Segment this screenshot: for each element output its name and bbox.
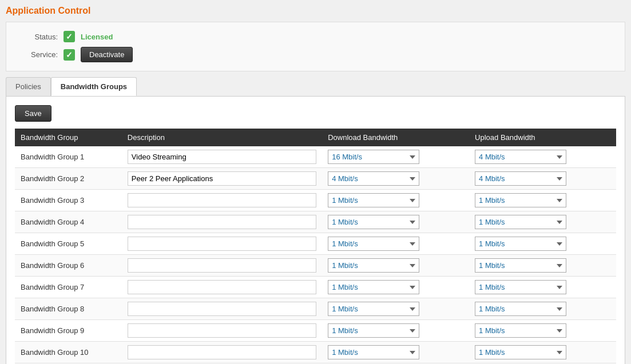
upload-select[interactable]: 64 Kbit/s128 Kbit/s256 Kbit/s512 Kbit/s1… (475, 171, 566, 186)
download-select[interactable]: 64 Kbit/s128 Kbit/s256 Kbit/s512 Kbit/s1… (328, 215, 419, 229)
download-select[interactable]: 64 Kbit/s128 Kbit/s256 Kbit/s512 Kbit/s1… (328, 323, 419, 338)
upload-cell: 64 Kbit/s128 Kbit/s256 Kbit/s512 Kbit/s1… (469, 233, 616, 255)
description-input[interactable] (128, 171, 316, 186)
service-label: Service: (18, 50, 58, 59)
group-name-cell: Bandwidth Group 4 (15, 211, 122, 233)
upload-select[interactable]: 64 Kbit/s128 Kbit/s256 Kbit/s512 Kbit/s1… (475, 345, 566, 359)
description-cell (122, 298, 322, 320)
upload-select[interactable]: 64 Kbit/s128 Kbit/s256 Kbit/s512 Kbit/s1… (475, 302, 566, 316)
upload-select[interactable]: 64 Kbit/s128 Kbit/s256 Kbit/s512 Kbit/s1… (475, 215, 566, 229)
upload-select[interactable]: 64 Kbit/s128 Kbit/s256 Kbit/s512 Kbit/s1… (475, 150, 566, 164)
status-panel: Status: Licensed Service: Deactivate (6, 22, 625, 71)
description-cell (122, 168, 322, 190)
download-select[interactable]: 64 Kbit/s128 Kbit/s256 Kbit/s512 Kbit/s1… (328, 171, 419, 186)
main-content: Save Bandwidth Group Description Downloa… (6, 96, 625, 364)
tab-policies[interactable]: Policies (6, 77, 51, 96)
description-input[interactable] (128, 345, 316, 359)
description-cell (122, 146, 322, 168)
table-row: Bandwidth Group 964 Kbit/s128 Kbit/s256 … (15, 320, 616, 342)
group-name-cell: Bandwidth Group 5 (15, 233, 122, 255)
download-cell: 64 Kbit/s128 Kbit/s256 Kbit/s512 Kbit/s1… (322, 146, 469, 168)
description-input[interactable] (128, 280, 316, 294)
download-select[interactable]: 64 Kbit/s128 Kbit/s256 Kbit/s512 Kbit/s1… (328, 193, 419, 207)
download-select[interactable]: 64 Kbit/s128 Kbit/s256 Kbit/s512 Kbit/s1… (328, 302, 419, 316)
service-check-icon (64, 49, 75, 61)
bandwidth-table: Bandwidth Group Description Download Ban… (15, 129, 616, 363)
upload-select[interactable]: 64 Kbit/s128 Kbit/s256 Kbit/s512 Kbit/s1… (475, 193, 566, 207)
description-cell (122, 342, 322, 363)
download-select[interactable]: 64 Kbit/s128 Kbit/s256 Kbit/s512 Kbit/s1… (328, 237, 419, 251)
status-check-icon (64, 31, 75, 42)
upload-select[interactable]: 64 Kbit/s128 Kbit/s256 Kbit/s512 Kbit/s1… (475, 258, 566, 273)
download-cell: 64 Kbit/s128 Kbit/s256 Kbit/s512 Kbit/s1… (322, 211, 469, 233)
upload-cell: 64 Kbit/s128 Kbit/s256 Kbit/s512 Kbit/s1… (469, 277, 616, 298)
description-cell (122, 211, 322, 233)
upload-cell: 64 Kbit/s128 Kbit/s256 Kbit/s512 Kbit/s1… (469, 255, 616, 277)
download-select[interactable]: 64 Kbit/s128 Kbit/s256 Kbit/s512 Kbit/s1… (328, 345, 419, 359)
description-cell (122, 277, 322, 298)
upload-cell: 64 Kbit/s128 Kbit/s256 Kbit/s512 Kbit/s1… (469, 168, 616, 190)
download-cell: 64 Kbit/s128 Kbit/s256 Kbit/s512 Kbit/s1… (322, 255, 469, 277)
group-name-cell: Bandwidth Group 3 (15, 190, 122, 211)
deactivate-button[interactable]: Deactivate (81, 47, 133, 62)
col-header-upload: Upload Bandwidth (469, 129, 616, 146)
licensed-text: Licensed (81, 33, 113, 41)
group-name-cell: Bandwidth Group 2 (15, 168, 122, 190)
col-header-download: Download Bandwidth (322, 129, 469, 146)
upload-cell: 64 Kbit/s128 Kbit/s256 Kbit/s512 Kbit/s1… (469, 342, 616, 363)
download-cell: 64 Kbit/s128 Kbit/s256 Kbit/s512 Kbit/s1… (322, 298, 469, 320)
download-cell: 64 Kbit/s128 Kbit/s256 Kbit/s512 Kbit/s1… (322, 190, 469, 211)
upload-cell: 64 Kbit/s128 Kbit/s256 Kbit/s512 Kbit/s1… (469, 298, 616, 320)
service-row: Service: Deactivate (18, 47, 613, 62)
download-cell: 64 Kbit/s128 Kbit/s256 Kbit/s512 Kbit/s1… (322, 233, 469, 255)
group-name-cell: Bandwidth Group 1 (15, 146, 122, 168)
table-row: Bandwidth Group 264 Kbit/s128 Kbit/s256 … (15, 168, 616, 190)
download-select[interactable]: 64 Kbit/s128 Kbit/s256 Kbit/s512 Kbit/s1… (328, 258, 419, 273)
description-input[interactable] (128, 193, 316, 207)
description-input[interactable] (128, 258, 316, 273)
download-cell: 64 Kbit/s128 Kbit/s256 Kbit/s512 Kbit/s1… (322, 320, 469, 342)
status-row: Status: Licensed (18, 31, 613, 42)
description-cell (122, 190, 322, 211)
status-label: Status: (18, 33, 58, 41)
table-row: Bandwidth Group 764 Kbit/s128 Kbit/s256 … (15, 277, 616, 298)
tab-bandwidth-groups[interactable]: Bandwidth Groups (51, 77, 137, 96)
upload-select[interactable]: 64 Kbit/s128 Kbit/s256 Kbit/s512 Kbit/s1… (475, 323, 566, 338)
upload-select[interactable]: 64 Kbit/s128 Kbit/s256 Kbit/s512 Kbit/s1… (475, 280, 566, 294)
description-input[interactable] (128, 302, 316, 316)
description-input[interactable] (128, 237, 316, 251)
group-name-cell: Bandwidth Group 10 (15, 342, 122, 363)
description-cell (122, 255, 322, 277)
download-select[interactable]: 64 Kbit/s128 Kbit/s256 Kbit/s512 Kbit/s1… (328, 150, 419, 164)
group-name-cell: Bandwidth Group 9 (15, 320, 122, 342)
description-input[interactable] (128, 150, 316, 164)
description-input[interactable] (128, 215, 316, 229)
table-row: Bandwidth Group 464 Kbit/s128 Kbit/s256 … (15, 211, 616, 233)
description-input[interactable] (128, 323, 316, 338)
description-cell (122, 233, 322, 255)
save-button-top[interactable]: Save (15, 105, 51, 122)
upload-select[interactable]: 64 Kbit/s128 Kbit/s256 Kbit/s512 Kbit/s1… (475, 237, 566, 251)
upload-cell: 64 Kbit/s128 Kbit/s256 Kbit/s512 Kbit/s1… (469, 211, 616, 233)
download-cell: 64 Kbit/s128 Kbit/s256 Kbit/s512 Kbit/s1… (322, 277, 469, 298)
table-row: Bandwidth Group 864 Kbit/s128 Kbit/s256 … (15, 298, 616, 320)
download-select[interactable]: 64 Kbit/s128 Kbit/s256 Kbit/s512 Kbit/s1… (328, 280, 419, 294)
col-header-group: Bandwidth Group (15, 129, 122, 146)
table-row: Bandwidth Group 1064 Kbit/s128 Kbit/s256… (15, 342, 616, 363)
upload-cell: 64 Kbit/s128 Kbit/s256 Kbit/s512 Kbit/s1… (469, 146, 616, 168)
tabs-container: Policies Bandwidth Groups (6, 77, 625, 96)
group-name-cell: Bandwidth Group 8 (15, 298, 122, 320)
page-title: Application Control (6, 6, 625, 16)
col-header-description: Description (122, 129, 322, 146)
upload-cell: 64 Kbit/s128 Kbit/s256 Kbit/s512 Kbit/s1… (469, 190, 616, 211)
upload-cell: 64 Kbit/s128 Kbit/s256 Kbit/s512 Kbit/s1… (469, 320, 616, 342)
group-name-cell: Bandwidth Group 7 (15, 277, 122, 298)
table-row: Bandwidth Group 664 Kbit/s128 Kbit/s256 … (15, 255, 616, 277)
description-cell (122, 320, 322, 342)
group-name-cell: Bandwidth Group 6 (15, 255, 122, 277)
download-cell: 64 Kbit/s128 Kbit/s256 Kbit/s512 Kbit/s1… (322, 168, 469, 190)
download-cell: 64 Kbit/s128 Kbit/s256 Kbit/s512 Kbit/s1… (322, 342, 469, 363)
table-row: Bandwidth Group 364 Kbit/s128 Kbit/s256 … (15, 190, 616, 211)
table-row: Bandwidth Group 164 Kbit/s128 Kbit/s256 … (15, 146, 616, 168)
table-row: Bandwidth Group 564 Kbit/s128 Kbit/s256 … (15, 233, 616, 255)
